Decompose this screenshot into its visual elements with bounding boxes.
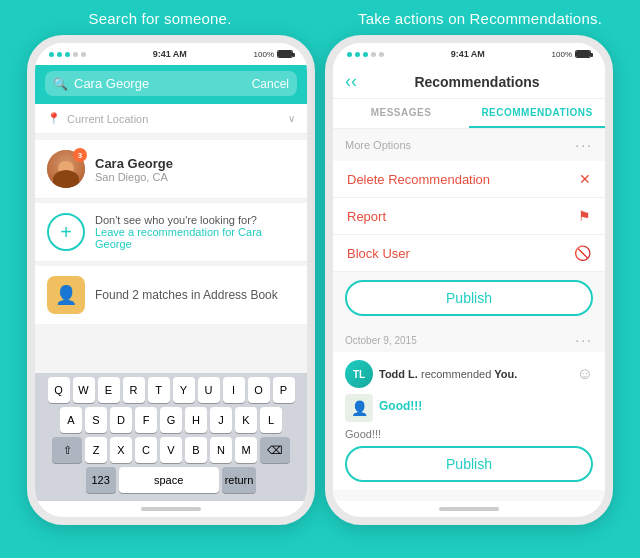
dot3 bbox=[65, 52, 70, 57]
rec-three-dots-icon[interactable]: ··· bbox=[575, 332, 593, 348]
signal-dots bbox=[49, 52, 86, 57]
kb-row-4: 123 space return bbox=[37, 467, 305, 493]
key-n[interactable]: N bbox=[210, 437, 232, 463]
home-bar-2 bbox=[439, 507, 499, 511]
key-k[interactable]: K bbox=[235, 407, 257, 433]
left-header-title: Search for someone. bbox=[0, 10, 320, 27]
search-icon: 🔍 bbox=[53, 77, 68, 91]
key-p[interactable]: P bbox=[273, 377, 295, 403]
rec-text: Todd L. recommended You. bbox=[379, 368, 571, 380]
rec-target: You. bbox=[494, 368, 517, 380]
search-bar[interactable]: 🔍 Cara George Cancel bbox=[45, 71, 297, 96]
key-z[interactable]: Z bbox=[85, 437, 107, 463]
result-info: Cara George San Diego, CA bbox=[95, 156, 295, 183]
key-c[interactable]: C bbox=[135, 437, 157, 463]
dot4 bbox=[73, 52, 78, 57]
block-label: Block User bbox=[347, 246, 410, 261]
report-action-row[interactable]: Report ⚑ bbox=[333, 198, 605, 235]
address-book-icon: 👤 bbox=[47, 276, 85, 314]
key-o[interactable]: O bbox=[248, 377, 270, 403]
rec-message-bold: Good!!! bbox=[379, 399, 422, 413]
key-h[interactable]: H bbox=[185, 407, 207, 433]
key-g[interactable]: G bbox=[160, 407, 182, 433]
block-action-row[interactable]: Block User 🚫 bbox=[333, 235, 605, 272]
result-location: San Diego, CA bbox=[95, 171, 295, 183]
key-f[interactable]: F bbox=[135, 407, 157, 433]
key-numbers[interactable]: 123 bbox=[86, 467, 116, 493]
result-name: Cara George bbox=[95, 156, 295, 171]
key-m[interactable]: M bbox=[235, 437, 257, 463]
chevron-down-icon: ∨ bbox=[288, 113, 295, 124]
search-result-cara[interactable]: 3 Cara George San Diego, CA bbox=[35, 140, 307, 199]
tab-recommendations[interactable]: RECOMMENDATIONS bbox=[469, 99, 605, 128]
delete-label: Delete Recommendation bbox=[347, 172, 490, 187]
add-card-text: Don't see who you're looking for? Leave … bbox=[95, 214, 295, 250]
key-b[interactable]: B bbox=[185, 437, 207, 463]
dot2-2 bbox=[355, 52, 360, 57]
add-recommendation-card[interactable]: + Don't see who you're looking for? Leav… bbox=[35, 203, 307, 262]
report-label: Report bbox=[347, 209, 386, 224]
avatar-container: 3 bbox=[47, 150, 85, 188]
battery-fill-2 bbox=[576, 51, 590, 57]
phone-recommendations: 9:41 AM 100% ‹‹ Recommendations MESSAGES… bbox=[325, 35, 613, 525]
x-icon: ✕ bbox=[579, 171, 591, 187]
search-input[interactable]: Cara George bbox=[74, 76, 246, 91]
key-q[interactable]: Q bbox=[48, 377, 70, 403]
key-space[interactable]: space bbox=[119, 467, 219, 493]
key-r[interactable]: R bbox=[123, 377, 145, 403]
location-bar[interactable]: 📍 Current Location ∨ bbox=[35, 104, 307, 134]
key-e[interactable]: E bbox=[98, 377, 120, 403]
key-return[interactable]: return bbox=[222, 467, 257, 493]
rec-date: October 9, 2015 bbox=[345, 335, 417, 346]
location-text: Current Location bbox=[67, 113, 282, 125]
key-w[interactable]: W bbox=[73, 377, 95, 403]
add-text-link[interactable]: Leave a recommendation for Cara George bbox=[95, 226, 295, 250]
cancel-button[interactable]: Cancel bbox=[252, 77, 289, 91]
add-text-line1: Don't see who you're looking for? bbox=[95, 214, 295, 226]
add-icon: + bbox=[47, 213, 85, 251]
tab-messages[interactable]: MESSAGES bbox=[333, 99, 469, 128]
publish-button-2[interactable]: Publish bbox=[345, 446, 593, 482]
back-button[interactable]: ‹‹ bbox=[345, 71, 357, 92]
phone2-tabs: MESSAGES RECOMMENDATIONS bbox=[333, 99, 605, 129]
more-options-row: More Options ··· bbox=[333, 129, 605, 161]
key-x[interactable]: X bbox=[110, 437, 132, 463]
block-icon: 🚫 bbox=[574, 245, 591, 261]
dot2-4 bbox=[371, 52, 376, 57]
phone1-content: 📍 Current Location ∨ 3 Cara George San D… bbox=[35, 104, 307, 373]
key-shift[interactable]: ⇧ bbox=[52, 437, 82, 463]
time-1: 9:41 AM bbox=[153, 49, 187, 59]
key-t[interactable]: T bbox=[148, 377, 170, 403]
key-i[interactable]: I bbox=[223, 377, 245, 403]
key-v[interactable]: V bbox=[160, 437, 182, 463]
key-u[interactable]: U bbox=[198, 377, 220, 403]
signal-dots-2 bbox=[347, 52, 384, 57]
rec-username: Todd L. bbox=[379, 368, 418, 380]
dot2-3 bbox=[363, 52, 368, 57]
battery-2: 100% bbox=[552, 50, 591, 59]
address-book-text: Found 2 matches in Address Book bbox=[95, 288, 278, 302]
three-dots-icon[interactable]: ··· bbox=[575, 137, 593, 153]
home-indicator-1 bbox=[35, 501, 307, 517]
key-y[interactable]: Y bbox=[173, 377, 195, 403]
search-header: 🔍 Cara George Cancel bbox=[35, 65, 307, 104]
key-d[interactable]: D bbox=[110, 407, 132, 433]
dot2-1 bbox=[347, 52, 352, 57]
publish-button-1[interactable]: Publish bbox=[345, 280, 593, 316]
battery-icon-1 bbox=[277, 50, 293, 58]
key-backspace[interactable]: ⌫ bbox=[260, 437, 290, 463]
dot1 bbox=[49, 52, 54, 57]
delete-action-row[interactable]: Delete Recommendation ✕ bbox=[333, 161, 605, 198]
key-j[interactable]: J bbox=[210, 407, 232, 433]
rec-action: recommended bbox=[421, 368, 494, 380]
home-bar-1 bbox=[141, 507, 201, 511]
keyboard: Q W E R T Y U I O P A S D F G H J K L bbox=[35, 373, 307, 501]
key-a[interactable]: A bbox=[60, 407, 82, 433]
key-l[interactable]: L bbox=[260, 407, 282, 433]
key-s[interactable]: S bbox=[85, 407, 107, 433]
phone2-content: More Options ··· Delete Recommendation ✕… bbox=[333, 129, 605, 501]
address-book-card[interactable]: 👤 Found 2 matches in Address Book bbox=[35, 266, 307, 324]
phone2-nav: ‹‹ Recommendations bbox=[333, 65, 605, 99]
status-bar-1: 9:41 AM 100% bbox=[35, 43, 307, 65]
dot5 bbox=[81, 52, 86, 57]
